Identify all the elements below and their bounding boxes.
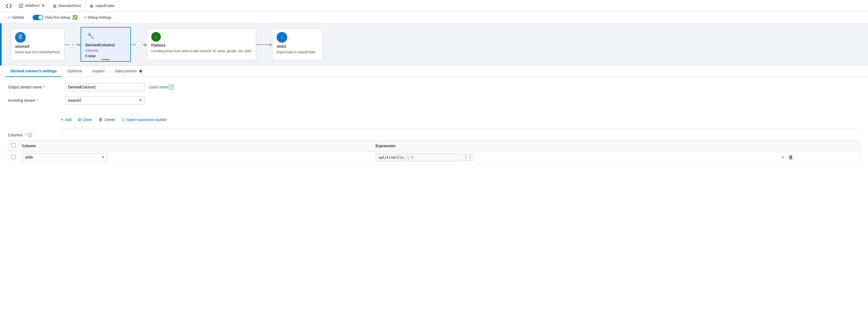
node-derivedcolumn2[interactable]: 🔧 DerivedColumn2 Columns: 5 total [81, 27, 131, 62]
column-name-cell: skills ▼ [19, 151, 372, 164]
clone-button[interactable]: ⧉ Clone [78, 116, 92, 123]
node-flatten1[interactable]: ↓ Flatten1 Unrolling arrays from skills … [147, 29, 256, 60]
pipeline-canvas: 🗄 source2 Import data from DelimitedText… [0, 23, 868, 66]
table-icon-2: ▦ [90, 4, 93, 8]
expression-cell-wrap: [ ] [375, 153, 773, 161]
toolbar: ✓ Validate Data flow debug ✅ ⎋ Debug Set… [0, 12, 868, 23]
clone-icon: ⧉ [78, 117, 81, 122]
required-asterisk-1: * [42, 85, 45, 89]
add-label: Add [65, 117, 71, 122]
select-all-checkbox[interactable] [11, 143, 16, 147]
active-underline [102, 59, 110, 60]
debug-settings-button[interactable]: ⎋ Debug Settings [84, 15, 111, 19]
tab-settings[interactable]: Derived column's settings [5, 66, 62, 77]
actions-row: + Add ⧉ Clone 🗑 Delete ⬡ Open expression… [0, 116, 868, 129]
incoming-stream-label: Incoming stream * [8, 98, 61, 102]
external-link-icon: ↗ [169, 85, 174, 90]
columns-section: Columns * i Column Expression [0, 133, 868, 169]
node-source2[interactable]: 🗄 source2 Import data from DelimitedText… [10, 29, 65, 60]
delete-button[interactable]: 🗑 Delete [99, 116, 115, 123]
expression-bracket-button[interactable]: [ ] [462, 154, 473, 161]
source2-title: source2 [15, 44, 60, 48]
clone-label: Clone [83, 117, 92, 122]
output-stream-input[interactable] [65, 83, 145, 91]
output-stream-row: Output stream name * Learn more ↗ [8, 83, 860, 91]
expression-builder-icon: ⬡ [121, 117, 125, 122]
flatten-icon: ↓ [151, 32, 161, 42]
delete-row-button[interactable]: 🗑 [787, 154, 795, 161]
debug-toggle[interactable] [33, 15, 43, 20]
column-header: Column [19, 141, 372, 151]
delete-label: Delete [104, 117, 115, 122]
columns-required: * [25, 133, 26, 137]
row-actions-header [777, 141, 860, 151]
derivedcolumn2-subtitle: Columns: [85, 49, 126, 53]
unsaved-dot [42, 4, 44, 7]
derivedcolumn2-title: DerivedColumn2 [85, 43, 126, 47]
debug-active-icon: ✅ [72, 15, 78, 20]
add-icon: + [61, 117, 63, 122]
source-icon: 🗄 [15, 32, 26, 43]
select-all-header [8, 141, 19, 151]
tab-outputfolder-label: outputFolder [95, 4, 115, 8]
incoming-stream-select-wrap: source2 DerivedColumn1 ▼ [65, 96, 145, 104]
expression-builder-button[interactable]: ⬡ Open expression builder [121, 116, 167, 123]
tab-optimize-label: Optimize [67, 69, 82, 73]
table-icon-1: ▦ [53, 4, 56, 8]
canvas-left-bar [0, 23, 2, 65]
debug-toggle-wrap: Data flow debug ✅ [33, 15, 78, 20]
validate-button[interactable]: ✓ Validate [5, 14, 26, 21]
debug-label: Data flow debug [45, 15, 70, 19]
derivedcolumn2-detail: 5 total [85, 54, 126, 58]
column-name-select[interactable]: skills [22, 153, 107, 161]
tab-settings-label: Derived column's settings [10, 69, 57, 73]
connector-icon-2: ↓ [135, 41, 142, 48]
expression-builder-label: Open expression builder [127, 117, 167, 122]
expression-cell: [ ] [372, 151, 777, 164]
columns-section-label: Columns * i [8, 133, 860, 137]
tab-inspect-label: Inspect [92, 69, 104, 73]
tab-delimitedtext1[interactable]: ▦ DelimitedText1 [49, 0, 86, 12]
table-header-row: Column Expression [8, 141, 860, 151]
tab-dataflow1[interactable]: 🔄 dataflow1 [14, 0, 49, 12]
expression-input[interactable] [375, 153, 460, 161]
column-name-select-wrap: skills ▼ [22, 153, 107, 161]
node-sink1[interactable]: ↓ sink1 Export data to outputFolder [272, 29, 322, 60]
add-row-button[interactable]: + [780, 154, 786, 161]
tab-preview-label: Data preview [115, 69, 137, 73]
pipeline-nodes: 🗄 source2 Import data from DelimitedText… [10, 27, 322, 62]
delete-icon: 🗑 [99, 117, 103, 122]
checkmark-icon: ✓ [7, 15, 10, 19]
tab-dataflow1-label: dataflow1 [25, 3, 40, 7]
learn-more-link[interactable]: Learn more ↗ [149, 85, 174, 90]
add-column-button[interactable]: + Add [61, 116, 71, 123]
form-area: Output stream name * Learn more ↗ Incomi… [0, 77, 868, 116]
flatten1-desc: Unrolling arrays from skills to with col… [151, 49, 252, 54]
tab-preview[interactable]: Data preview [110, 66, 147, 77]
tab-optimize[interactable]: Optimize [62, 66, 87, 77]
tab-outputfolder[interactable]: ▦ outputFolder [86, 0, 119, 12]
tab-inspect[interactable]: Inspect [87, 66, 110, 77]
row-actions-cell: + 🗑 [777, 151, 860, 164]
panel-tabs: Derived column's settings Optimize Inspe… [0, 66, 868, 77]
row-checkbox-cell [8, 151, 19, 164]
dataflow-icon: 🔄 [19, 3, 23, 8]
row-checkbox[interactable] [11, 155, 16, 159]
top-bar: ❮❯ 🔄 dataflow1 ▦ DelimitedText1 ▦ output… [0, 0, 868, 12]
sidebar-toggle-button[interactable]: ❮❯ [3, 2, 14, 9]
connector-icon-1: ⚙ [69, 41, 76, 48]
derived-icon: 🔧 [85, 31, 96, 41]
columns-table: Column Expression skil [8, 140, 860, 164]
flatten1-title: Flatten1 [151, 43, 252, 47]
tab-delimitedtext1-label: DelimitedText1 [59, 4, 81, 8]
expression-header: Expression [372, 141, 777, 151]
sink-icon: ↓ [277, 32, 287, 43]
info-icon[interactable]: i [28, 133, 32, 137]
source2-desc: Import data from DelimitedText1 [15, 50, 60, 55]
validate-label: Validate [12, 15, 24, 19]
required-asterisk-2: * [36, 98, 38, 102]
incoming-stream-select[interactable]: source2 DerivedColumn1 [65, 96, 145, 104]
sink1-desc: Export data to outputFolder [277, 50, 318, 55]
debug-settings-label: Debug Settings [88, 15, 111, 19]
output-stream-label: Output stream name * [8, 85, 61, 89]
